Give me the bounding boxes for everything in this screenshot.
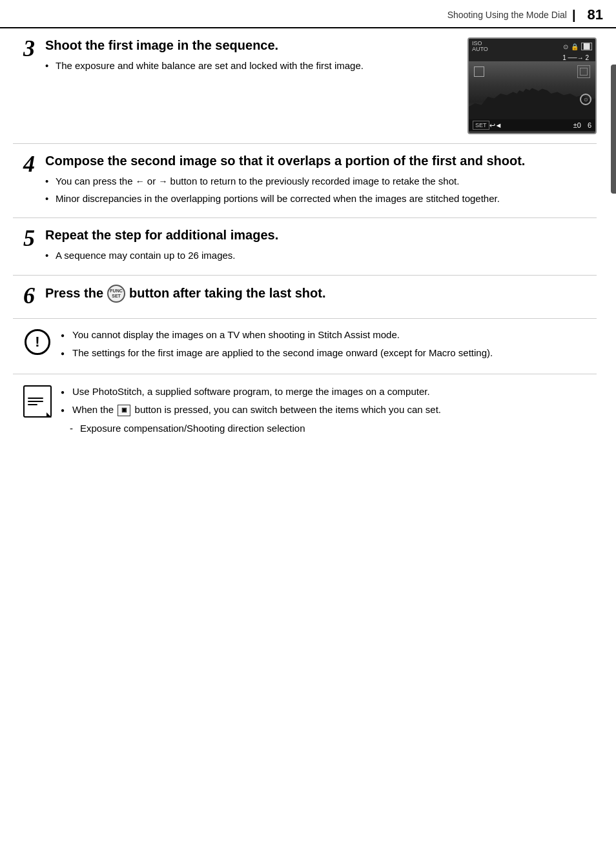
warning-note-item-1: You cannot display the images on a TV wh… xyxy=(61,328,586,343)
step-5-number: 5 xyxy=(13,225,45,252)
info-document-icon xyxy=(23,385,52,418)
main-content: 3 Shoot the first image in the sequence.… xyxy=(0,28,616,468)
info-note-item-3: Exposure compensation/Shooting direction… xyxy=(61,421,586,436)
step-6-title-before: Press the xyxy=(45,285,103,301)
step-6-content: Press the FUNCSET button after taking th… xyxy=(45,285,597,308)
step-4-bullet-2: Minor discrepancies in the overlapping p… xyxy=(45,192,597,207)
arrow-right-icon: → xyxy=(158,176,167,187)
side-bar-decoration xyxy=(611,65,616,194)
lcd-image-area: ⊙ xyxy=(469,61,595,119)
info-icon xyxy=(23,387,52,416)
step-3-content: Shoot the first image in the sequence. T… xyxy=(45,37,597,134)
step-3-row: 3 Shoot the first image in the sequence.… xyxy=(13,28,597,144)
step-4-content: Compose the second image so that it over… xyxy=(45,153,597,208)
step-4-title: Compose the second image so that it over… xyxy=(45,153,597,169)
step-4-number: 4 xyxy=(13,150,45,177)
step-4-body: You can press the ← or → button to retur… xyxy=(45,174,597,206)
step-5-title: Repeat the step for additional images. xyxy=(45,227,597,243)
camera-lcd-display: ISOAUTO ⊙ 🔒 ⬜ 1 ──→ 2 xyxy=(467,37,597,134)
step-3-bullet-1: The exposure and white balance are set a… xyxy=(45,59,457,74)
step-5-row: 5 Repeat the step for additional images.… xyxy=(13,218,597,276)
page-number: 81 xyxy=(588,6,603,23)
warning-note-box: ! You cannot display the images on a TV … xyxy=(13,319,597,374)
info-note-item-2: When the ▣ button is pressed, you can sw… xyxy=(61,403,586,418)
lcd-icons: ⊙ 🔒 ⬜ xyxy=(563,43,592,50)
warning-icon: ! xyxy=(23,328,52,356)
step-5-bullet-1: A sequence may contain up to 26 images. xyxy=(45,248,597,263)
lcd-bottom-bar: SET ↩ ◄ ±0 6 xyxy=(469,119,595,131)
step-6-number: 6 xyxy=(13,282,45,309)
lcd-sequence-row: 1 ──→ 2 xyxy=(469,54,595,61)
step-5-content: Repeat the step for additional images. A… xyxy=(45,227,597,266)
step-6-title: Press the FUNCSET button after taking th… xyxy=(45,285,597,303)
step-5-body: A sequence may contain up to 26 images. xyxy=(45,248,597,263)
warning-note-list: You cannot display the images on a TV wh… xyxy=(61,328,586,365)
info-note-item-1: Use PhotoStitch, a supplied software pro… xyxy=(61,385,586,399)
step-6-title-after: button after taking the last shot. xyxy=(129,285,325,301)
section-title: Shooting Using the Mode Dial xyxy=(447,10,567,20)
step-4-row: 4 Compose the second image so that it ov… xyxy=(13,144,597,218)
warning-note-item-2: The settings for the first image are app… xyxy=(61,346,586,361)
step-3-body: The exposure and white balance are set a… xyxy=(45,59,457,74)
info-note-box: Use PhotoStitch, a supplied software pro… xyxy=(13,374,597,449)
disp-button-icon: ▣ xyxy=(118,405,130,416)
step-3-number: 3 xyxy=(13,35,45,62)
lcd-iso-label: ISOAUTO xyxy=(472,41,488,52)
warning-circle-icon: ! xyxy=(25,329,50,355)
info-note-list: Use PhotoStitch, a supplied software pro… xyxy=(61,385,586,440)
page-header: Shooting Using the Mode Dial | 81 xyxy=(0,0,616,28)
func-set-button-icon: FUNCSET xyxy=(107,285,125,303)
step-6-row: 6 Press the FUNCSET button after taking … xyxy=(13,276,597,319)
step-3-title: Shoot the first image in the sequence. xyxy=(45,37,457,54)
arrow-left-icon: ← xyxy=(136,176,145,187)
step-4-bullet-1: You can press the ← or → button to retur… xyxy=(45,174,597,189)
